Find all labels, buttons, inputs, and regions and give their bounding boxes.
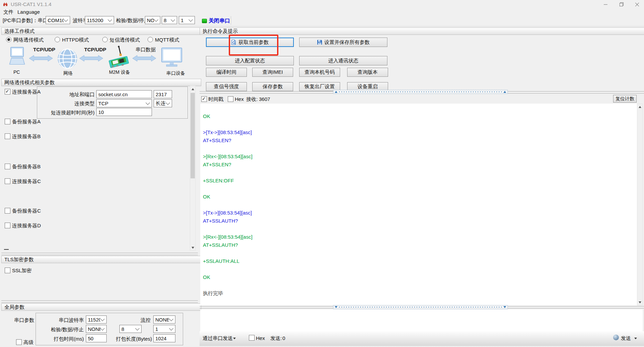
scroll-down-icon[interactable] [190,245,195,250]
link3-label: 串口数据 [136,47,156,53]
backup-serverC-checkbox[interactable] [5,208,10,214]
backup-serverB-checkbox[interactable] [5,164,10,169]
chevron-down-icon [100,317,105,321]
radio-httpd[interactable] [55,37,60,42]
packlen-input[interactable]: 1024 [153,334,175,342]
send-button[interactable]: 发送 [621,335,631,342]
menu-item-file[interactable]: 文件 [3,9,13,15]
workmode-header: 选择工作模式 [1,27,201,35]
enter-config-button[interactable]: 进入配置状态 [206,56,294,65]
com-port-select[interactable]: COM10 [46,16,70,24]
server-address-input[interactable]: socket.usr.cn [96,90,152,98]
packtime-input[interactable]: 50 [86,334,107,342]
baud-select[interactable]: 115200 [85,16,114,24]
terminal-output[interactable]: OK >[Tx->][08:53:54][asc] AT+SSLEN? >[Rx… [200,104,637,305]
g-databits-select[interactable]: 8 [119,325,142,333]
databits-select[interactable]: 8 [162,16,177,24]
g-parity-value: NONE [88,326,100,332]
backup-serverB-label[interactable]: 备份服务器B [12,164,41,170]
parity-select[interactable]: NONE [145,16,160,24]
link2-label: TCP/UDP [84,47,106,52]
left-panel-scrollbar[interactable] [190,86,196,251]
parity-value: NONE [147,17,154,23]
command-button[interactable]: 查询本机号码 [299,68,340,77]
tx-hex-checkbox[interactable] [249,335,255,341]
backup-serverA-label[interactable]: 备份服务器A [12,119,41,125]
conn-mode-select[interactable]: 长连接 [154,99,172,107]
enter-comm-button[interactable]: 进入通讯状态 [299,56,387,65]
serverC-checkbox[interactable] [5,178,10,184]
dropdown-arrow-icon[interactable] [233,338,236,339]
get-params-button[interactable]: 获取当前参数 [206,38,294,47]
timestamp-label[interactable]: 时间戳 [208,96,223,103]
set-save-params-button[interactable]: 设置并保存所有参数 [299,38,387,47]
node-serial-label: 串口设备 [166,70,185,76]
radio-net-passthrough[interactable] [6,37,11,42]
radio-mqtt[interactable] [148,37,153,42]
serverB-checkbox[interactable] [5,133,10,139]
stopbits-select[interactable]: 1 [179,16,195,24]
serverD-checkbox[interactable] [5,223,10,228]
short-timeout-input[interactable]: 10 [96,108,152,116]
command-button[interactable]: 查信号强度 [206,82,247,91]
serverD-label[interactable]: 连接服务器D [12,223,41,229]
serverA-checkbox[interactable] [5,89,10,95]
minimize-button[interactable] [598,0,613,9]
command-button[interactable]: 查询IMEI [252,68,293,77]
terminal-scrollbar[interactable] [637,104,643,305]
rx-hex-checkbox[interactable] [228,96,233,102]
send-input-area[interactable] [200,309,643,331]
command-button[interactable]: 保存参数 [252,82,293,91]
chevron-down-icon [171,17,175,22]
timestamp-checkbox[interactable] [201,96,207,102]
g-stopbits-select[interactable]: 1 [153,325,175,333]
chevron-down-icon [100,326,105,331]
left-splitter-1[interactable] [1,253,198,255]
tx-hex-label[interactable]: Hex [256,335,265,341]
send-via-serial-dropdown[interactable]: 通过串口发送 [203,335,233,342]
g-parity-label: 检验/数据/停止 [44,327,84,333]
g-baud-label: 串口波特率 [50,317,84,324]
restore-button[interactable] [614,0,629,9]
enter-comm-label: 进入通讯状态 [328,58,359,64]
command-button[interactable]: 查询版本 [347,68,388,77]
radio-net-passthrough-label[interactable]: 网络透传模式 [13,37,44,43]
advanced-checkbox[interactable] [16,339,22,345]
server-port-input[interactable]: 2317 [154,90,172,98]
send-dropdown-arrow-icon[interactable] [634,338,637,339]
splitter-handle-bottom[interactable] [333,305,508,309]
advanced-label[interactable]: 高级 [23,339,34,346]
close-port-button[interactable]: 关闭串口 [209,17,230,24]
reset-counter-button[interactable]: 复位计数 [613,95,637,103]
scroll-down-icon[interactable] [637,299,642,305]
serverA-label[interactable]: 连接服务器A [12,89,41,95]
scroll-up-icon[interactable] [637,104,642,110]
ssl-checkbox[interactable] [5,268,10,273]
g-parity-select[interactable]: NONE [86,325,107,333]
ssl-label[interactable]: SSL加密 [12,268,32,274]
netparams-header: 网络透传模式相关参数 [1,79,201,86]
g-flow-select[interactable]: NONE [153,315,175,324]
radio-sms-passthrough-label[interactable]: 短信透传模式 [110,37,140,43]
serverB-label[interactable]: 连接服务器B [12,133,41,140]
backup-serverC-label[interactable]: 备份服务器C [12,208,41,214]
radio-sms-passthrough[interactable] [102,37,108,42]
close-button[interactable] [630,0,644,9]
chevron-down-icon [154,17,158,22]
rx-hex-label[interactable]: Hex [235,96,244,102]
menu-item-language[interactable]: Language [17,9,40,15]
left-splitter-2[interactable] [1,300,198,303]
g-baud-select[interactable]: 115200 [86,315,107,324]
radio-httpd-label[interactable]: HTTPD模式 [62,37,89,43]
conn-type-select[interactable]: TCP [96,99,152,107]
radio-mqtt-label[interactable]: MQTT模式 [155,37,179,43]
node-m2m-label: M2M 设备 [109,69,130,75]
packtime-label: 打包时间(ms) [47,336,84,342]
backup-serverA-checkbox[interactable] [5,119,10,124]
scrollbar-thumb[interactable] [191,93,195,178]
serverC-label[interactable]: 连接服务器C [12,178,41,185]
splitter-handle-top[interactable] [333,90,508,94]
command-button[interactable]: 编译时间 [206,68,247,77]
databits-value: 8 [164,17,171,23]
scroll-up-icon[interactable] [190,86,195,92]
